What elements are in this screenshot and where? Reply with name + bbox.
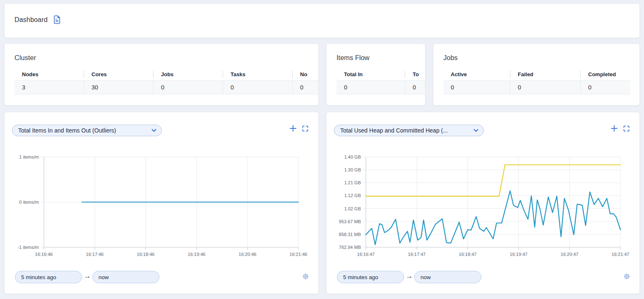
time-from-input[interactable]: 5 minutes ago [337,271,404,283]
add-chart-icon[interactable] [290,125,296,132]
svg-text:16:20:46: 16:20:46 [239,252,257,257]
document-icon [53,15,61,24]
chevron-down-icon [473,129,478,132]
svg-text:858.31 MB: 858.31 MB [339,232,361,237]
column-header-completed: Completed [581,68,630,80]
svg-text:16:20:47: 16:20:47 [561,252,579,257]
svg-text:0 items/m: 0 items/m [19,200,39,205]
svg-text:16:18:47: 16:18:47 [459,252,477,257]
cluster-tasks-value: 0 [223,81,293,94]
svg-text:16:18:46: 16:18:46 [137,252,155,257]
add-chart-icon[interactable] [611,125,618,132]
svg-text:1.21 GB: 1.21 GB [344,180,361,185]
jobs-card: Jobs Active Failed Completed 0 0 0 [433,43,640,106]
cluster-table-row: 3 30 0 0 0 [14,80,319,94]
items-chart-plot: 1 items/m0 items/m-1 items/m16:16:4616:1… [5,152,313,261]
jobs-table: Active Failed Completed 0 0 0 [443,68,630,94]
items-flow-table-row: 0 0 [336,80,425,94]
heap-chart-metric-label: Total Used Heap and Committed Heap (... [340,127,448,134]
heap-chart-plot: 1.40 GB1.30 GB1.21 GB1.12 GB1.02 GB953.6… [327,152,635,261]
heap-chart-card: Total Used Heap and Committed Heap (... … [326,112,640,294]
items-chart-card: Total Items In and Items Out (Outliers) … [4,112,319,294]
svg-text:953.67 MB: 953.67 MB [339,219,361,224]
expand-icon[interactable] [623,125,630,132]
column-header-tasks: Tasks [223,68,293,80]
time-from-input[interactable]: 5 minutes ago [15,271,82,283]
svg-text:16:19:46: 16:19:46 [188,252,206,257]
items-chart-metric-label: Total Items In and Items Out (Outliers) [18,127,116,134]
header-row: Dashboard [14,15,630,24]
column-header-total-out-clipped: To [405,68,425,80]
svg-text:1.12 GB: 1.12 GB [344,193,361,198]
cluster-cores-value: 30 [84,81,154,94]
svg-text:16:16:47: 16:16:47 [357,252,375,257]
svg-text:16:17:46: 16:17:46 [86,252,104,257]
svg-text:16:21:47: 16:21:47 [612,252,630,257]
svg-text:1 items/m: 1 items/m [19,154,39,159]
time-to-input[interactable]: now [92,271,159,283]
heap-chart-actions [611,125,630,132]
svg-text:16:19:47: 16:19:47 [510,252,528,257]
cluster-nodes-value: 3 [14,81,84,94]
column-header-cores: Cores [84,68,154,80]
svg-text:1.40 GB: 1.40 GB [344,154,361,159]
items-chart-actions [290,125,308,132]
jobs-failed-value: 0 [510,81,581,94]
time-to-input[interactable]: now [414,271,481,283]
jobs-table-header: Active Failed Completed [443,68,630,80]
items-chart-metric-select[interactable]: Total Items In and Items Out (Outliers) [12,125,162,136]
items-chart-footer: 5 minutes ago → now [5,271,318,283]
cluster-table-header: Nodes Cores Jobs Tasks No [14,68,319,80]
items-flow-card-title: Items Flow [336,54,415,62]
jobs-card-title: Jobs [443,54,630,62]
total-in-value: 0 [336,81,405,94]
items-flow-table-header: Total In To [336,68,425,80]
column-header-nodes: Nodes [14,68,84,80]
chevron-down-icon [151,129,156,132]
column-header-failed: Failed [510,68,581,80]
cluster-jobs-value: 0 [154,81,223,94]
cluster-table: Nodes Cores Jobs Tasks No 3 30 0 0 0 [14,68,308,94]
jobs-completed-value: 0 [581,81,630,94]
svg-text:-1 items/m: -1 items/m [18,245,39,250]
jobs-table-row: 0 0 0 [443,80,630,94]
items-flow-table: Total In To 0 0 [336,68,415,94]
expand-icon[interactable] [302,125,308,132]
arrow-right-icon: → [83,272,92,280]
gear-icon[interactable] [623,273,630,280]
arrow-right-icon: → [405,272,414,280]
page-title: Dashboard [14,16,48,24]
svg-text:16:21:46: 16:21:46 [290,252,308,257]
header-card: Dashboard [4,3,640,38]
jobs-active-value: 0 [443,81,510,94]
column-header-jobs: Jobs [154,68,223,80]
gear-icon[interactable] [302,273,309,280]
column-header-active: Active [443,68,510,80]
cluster-card-title: Cluster [14,54,308,62]
svg-text:1.30 GB: 1.30 GB [344,167,361,172]
total-out-value: 0 [405,81,425,94]
svg-text:1.02 GB: 1.02 GB [344,206,361,211]
heap-chart-metric-select[interactable]: Total Used Heap and Committed Heap (... [334,125,484,136]
heap-chart-footer: 5 minutes ago → now [327,271,639,283]
column-header-total-in: Total In [336,68,405,80]
svg-text:762.94 MB: 762.94 MB [339,245,361,250]
svg-text:16:16:46: 16:16:46 [35,252,53,257]
column-header-nodes-clipped: No [293,68,319,80]
cluster-clipped-value: 0 [293,81,319,94]
items-flow-card: Items Flow Total In To 0 0 [326,43,425,106]
cluster-card: Cluster Nodes Cores Jobs Tasks No 3 30 0… [4,43,319,106]
svg-text:16:17:47: 16:17:47 [408,252,426,257]
